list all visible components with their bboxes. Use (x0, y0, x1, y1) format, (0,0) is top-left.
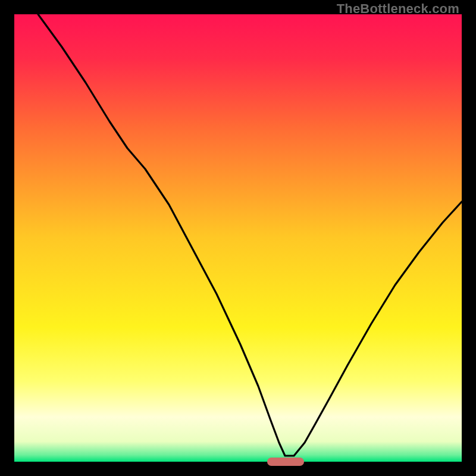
gradient-background (14, 14, 462, 462)
svg-rect-0 (14, 14, 462, 462)
optimum-marker (267, 458, 304, 466)
plot-frame (14, 14, 462, 462)
watermark-text: TheBottleneck.com (337, 1, 459, 17)
